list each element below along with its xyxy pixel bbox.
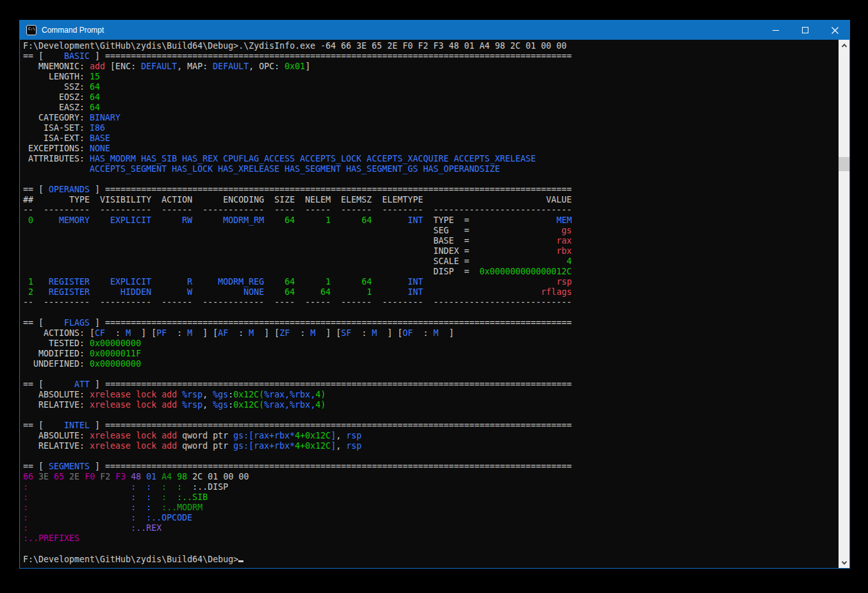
- terminal-line: RELATIVE: xrelease lock add qword ptr gs…: [23, 441, 839, 451]
- terminal-line: ABSOLUTE: xrelease lock add %rsp, %gs:0x…: [23, 390, 839, 400]
- terminal-line: LENGTH: 15: [23, 72, 839, 82]
- terminal-line: CATEGORY: BINARY: [23, 113, 839, 123]
- terminal-line: [23, 544, 839, 554]
- terminal-line: : : : : :..SIB: [23, 492, 839, 503]
- terminal-line: 2 REGISTER HIDDEN W NONE 64 64 1 INT rfl…: [23, 287, 839, 297]
- terminal-line: DISP = 0x000000000000012C: [23, 267, 839, 277]
- terminal-line: UNDEFINED: 0x00000000: [23, 359, 839, 369]
- terminal-line: ISA-EXT: BASE: [23, 133, 839, 144]
- terminal-line: 1 REGISTER EXPLICIT R MODRM_REG 64 1 64 …: [23, 277, 839, 287]
- text-cursor: [238, 554, 243, 562]
- terminal-line: EOSZ: 64: [23, 92, 839, 103]
- terminal-line: 0 MEMORY EXPLICIT RW MODRM_RM 64 1 64 IN…: [23, 215, 839, 226]
- terminal-line: SSZ: 64: [23, 82, 839, 92]
- terminal-line: : :..REX: [23, 523, 839, 533]
- maximize-icon: [802, 27, 808, 33]
- terminal-line: [23, 451, 839, 462]
- minimize-icon: [773, 30, 779, 31]
- terminal-line: : : : : : :..DISP: [23, 482, 839, 492]
- terminal-line: F:\Development\GitHub\zydis\Build64\Debu…: [23, 41, 839, 51]
- terminal-line: == [ BASIC ] ===========================…: [23, 51, 839, 62]
- scrollbar-thumb[interactable]: [839, 157, 849, 171]
- window-content: F:\Development\GitHub\zydis\Build64\Debu…: [20, 40, 849, 568]
- chevron-up-icon: [841, 44, 846, 49]
- terminal-line: MODIFIED: 0x0000011F: [23, 349, 839, 359]
- terminal-line: F:\Development\GitHub\zydis\Build64\Debu…: [23, 554, 839, 564]
- terminal-line: == [ INTEL ] ===========================…: [23, 421, 839, 431]
- terminal-line: == [ OPERANDS ] ========================…: [23, 185, 839, 195]
- terminal-line: BASE = rax: [23, 236, 839, 246]
- terminal-line: == [ FLAGS ] ===========================…: [23, 318, 839, 328]
- terminal-line: SCALE = 4: [23, 256, 839, 267]
- close-button[interactable]: [820, 21, 849, 40]
- terminal-line: : : :..OPCODE: [23, 513, 839, 523]
- terminal-line: INDEX = rbx: [23, 246, 839, 256]
- terminal-line: ACCEPTS_SEGMENT HAS_LOCK HAS_XRELEASE HA…: [23, 164, 839, 174]
- terminal-line: :..PREFIXES: [23, 533, 839, 544]
- terminal-line: -- --------- ---------- ------ ---------…: [23, 297, 839, 308]
- terminal-line: -- --------- ---------- ------ ---------…: [23, 205, 839, 215]
- scrollbar[interactable]: [839, 40, 849, 568]
- terminal-line: RELATIVE: xrelease lock add %rsp, %gs:0x…: [23, 400, 839, 410]
- title-bar[interactable]: C:\ Command Prompt: [20, 21, 849, 40]
- terminal-line: == [ SEGMENTS ] ========================…: [23, 462, 839, 472]
- terminal-line: 66 3E 65 2E F0 F2 F3 48 01 A4 98 2C 01 0…: [23, 472, 839, 482]
- terminal-line: ISA-SET: I86: [23, 123, 839, 133]
- terminal-line: MNEMONIC: add [ENC: DEFAULT, MAP: DEFAUL…: [23, 62, 839, 72]
- maximize-button[interactable]: [790, 21, 820, 40]
- close-icon: [831, 27, 839, 34]
- cmd-icon: C:\: [26, 25, 37, 35]
- command-prompt-window: C:\ Command Prompt F:\Development\GitHub…: [19, 20, 850, 569]
- terminal-line: TESTED: 0x00000000: [23, 338, 839, 349]
- scroll-up-button[interactable]: [839, 40, 849, 51]
- terminal-line: == [ ATT ] =============================…: [23, 380, 839, 390]
- terminal-line: ACTIONS: [CF : M ] [PF : M ] [AF : M ] […: [23, 328, 839, 338]
- terminal-line: ## TYPE VISIBILITY ACTION ENCODING SIZE …: [23, 195, 839, 205]
- terminal-line: [23, 174, 839, 185]
- terminal-output[interactable]: F:\Development\GitHub\zydis\Build64\Debu…: [20, 40, 839, 568]
- minimize-button[interactable]: [761, 21, 790, 40]
- terminal-line: EASZ: 64: [23, 103, 839, 113]
- terminal-line: [23, 308, 839, 318]
- chevron-down-icon: [841, 559, 846, 564]
- terminal-line: ATTRIBUTES: HAS_MODRM HAS_SIB HAS_REX CP…: [23, 154, 839, 164]
- terminal-line: [23, 369, 839, 380]
- scrollbar-track[interactable]: [839, 51, 849, 557]
- terminal-line: SEG = gs: [23, 226, 839, 236]
- terminal-line: [23, 410, 839, 421]
- terminal-line: : : : :..MODRM: [23, 503, 839, 513]
- terminal-line: EXCEPTIONS: NONE: [23, 144, 839, 154]
- scroll-down-button[interactable]: [839, 557, 849, 568]
- window-title: Command Prompt: [42, 26, 104, 35]
- terminal-line: ABSOLUTE: xrelease lock add qword ptr gs…: [23, 431, 839, 441]
